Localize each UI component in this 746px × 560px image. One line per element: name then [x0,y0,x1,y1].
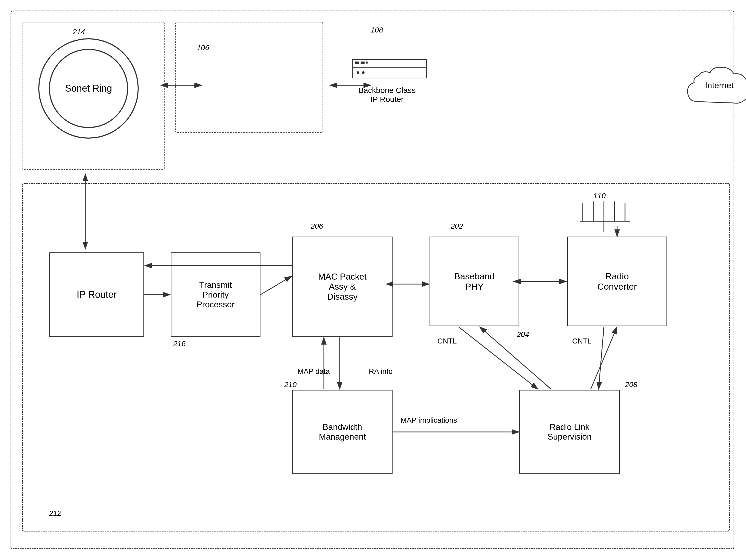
ref-206: 206 [311,222,323,231]
internet-label: Internet [705,81,734,90]
ref-108: 108 Internet [355,26,429,88]
baseband-label: Baseband PHY [454,271,494,292]
backbone-label: Backbone Class IP Router [350,86,424,104]
sonet-ring-container: Sonet Ring 214 [22,22,165,170]
cntl-2-label: CNTL [572,337,592,345]
svg-line-27 [599,327,604,389]
radio-link-supervision-box: Radio Link Supervision [519,390,620,474]
main-diagram: Sonet Ring 214 106 [10,10,735,549]
ref-208: 208 [625,380,637,389]
map-implications-label: MAP implications [400,416,457,424]
ref-214: 214 [73,28,85,36]
ref-202: 202 [451,222,463,231]
backbone-container: 106 Backbone Class IP Router [175,22,323,133]
svg-line-18 [260,276,292,295]
ip-router-box: IP Router [49,253,144,337]
antenna-icon: 110 [577,192,636,236]
sonet-ring-inner: Sonet Ring [49,49,128,128]
svg-line-25 [480,327,551,389]
sonet-ring-outer: Sonet Ring [38,38,139,139]
ref-106: 106 [197,43,209,52]
radio-converter-box: Radio Converter [567,237,667,326]
cntl-1-label: CNTL [437,337,457,345]
mac-label: MAC Packet Assy & Disassy [318,272,366,302]
ref-212: 212 [49,509,62,518]
mac-packet-box: MAC Packet Assy & Disassy [292,237,393,337]
baseband-phy-box: Baseband PHY [430,237,519,326]
ref-210: 210 [284,380,297,389]
svg-line-26 [591,327,617,389]
internet-cloud-icon: Internet [682,59,746,112]
ref-204: 204 [517,330,529,339]
radio-converter-label: Radio Converter [597,271,637,292]
main-lower-box: IP Router 212 Transmit Priority Processo… [22,183,730,531]
bandwidth-label: Bandwidth Managenent [319,422,366,442]
ref-216: 216 [173,340,186,348]
transmit-priority-box: Transmit Priority Processor [171,253,260,337]
ip-router-label: IP Router [77,289,116,300]
radio-link-label: Radio Link Supervision [547,422,592,442]
ra-info-label: RA info [369,367,393,376]
arrows-svg [23,184,729,531]
map-data-label: MAP data [297,367,330,376]
transmit-label: Transmit Priority Processor [197,280,235,310]
bandwidth-management-box: Bandwidth Managenent [292,390,393,474]
sonet-ring-label: Sonet Ring [65,83,112,94]
